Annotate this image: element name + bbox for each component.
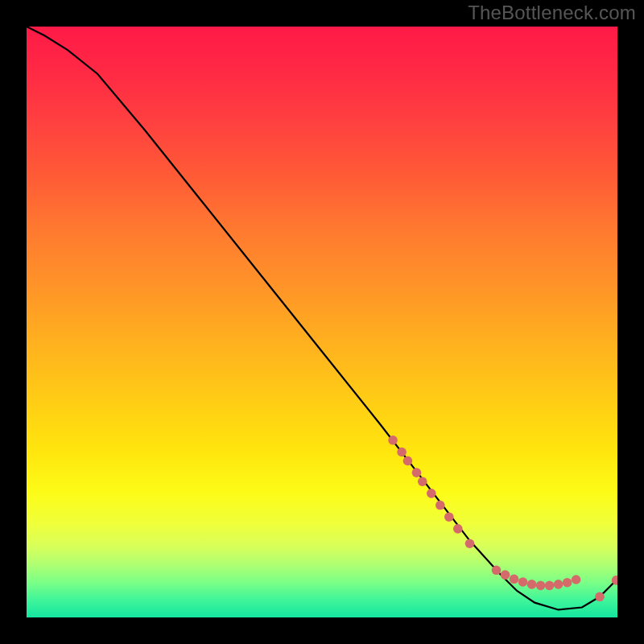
chart-frame: TheBottleneck.com [0,0,644,644]
data-point [412,468,422,477]
data-point [465,539,475,548]
plot-area [27,27,617,617]
data-point [595,592,605,602]
data-point [536,581,546,591]
data-point [518,577,528,587]
data-point [545,581,555,591]
data-point [453,524,463,534]
data-point [427,489,436,498]
watermark-text: TheBottleneck.com [468,2,636,24]
data-point [563,578,572,588]
data-point [492,565,502,575]
data-point [527,580,537,589]
data-point [444,512,454,522]
data-point [388,436,398,445]
data-point [572,575,581,584]
data-point [418,477,427,486]
chart-svg [27,27,617,617]
data-point [436,501,445,510]
bottleneck-curve [27,27,617,609]
data-point [501,570,510,580]
data-point [397,448,407,457]
marker-layer [388,436,617,601]
data-point [554,580,564,589]
curve-line [27,27,617,609]
data-point [510,574,519,584]
data-point [403,456,413,466]
